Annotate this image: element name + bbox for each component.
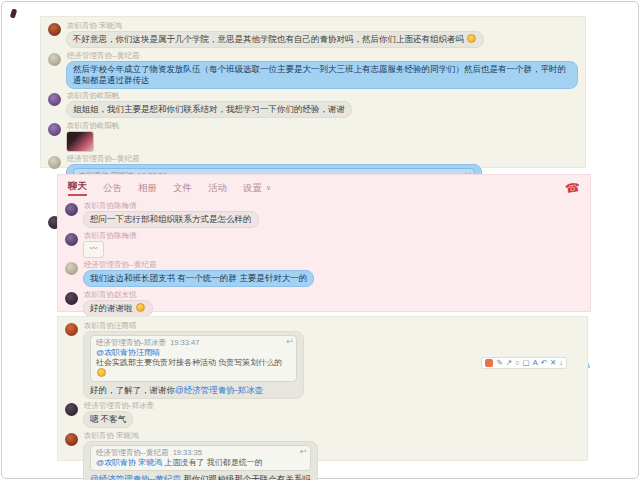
sender-name: 农职青协陈梅倩 (84, 201, 259, 210)
chat-message: 农职青协 宋晓鸿 ↩ 经济管理青协--黄纪霞 19:33:35 @农职青协 宋晓… (65, 431, 580, 480)
avatar[interactable] (65, 433, 78, 446)
phone-call-icon[interactable]: ☎ (564, 182, 580, 194)
avatar[interactable] (65, 203, 78, 216)
chat-message: 经济管理青协--黄纪霞 然后学校今年成立了物资发放队伍（每个班级选取一位主要是大… (48, 51, 578, 89)
hugging-emoji-icon (97, 368, 106, 377)
avatar[interactable] (65, 403, 78, 416)
reply-text: @经济管理青协--黄纪霞 那你们跟校级那个干联会有关系吗 (90, 474, 311, 480)
message-bubble[interactable]: 不好意思，你们这块是属于几个学院，意思是其他学院也有自己的青协对吗，然后你们上面… (66, 31, 484, 48)
message-bubble[interactable]: ↩ 经济管理青协--黄纪霞 19:33:35 @农职青协 宋晓鸿 上面没有了 我… (83, 441, 318, 480)
sticker-emoji[interactable]: 〰 (83, 241, 104, 258)
message-bubble[interactable]: 好的谢谢啦 (83, 300, 153, 317)
sender-name: 农职青协赵京悦 (84, 290, 153, 299)
chat-message: 经济管理青协-郑冰壶 嗯 不客气 (65, 401, 580, 429)
photo-thumbnail[interactable] (66, 131, 94, 152)
cancel-tool-icon[interactable]: ✕ (550, 359, 556, 367)
chat-message: 农职青协陈梅倩 〰 (65, 231, 583, 258)
sender-name: 经济管理青协--黄纪霞 (84, 260, 314, 269)
message-bubble[interactable]: 我们这边和班长团支书 有一个统一的群 主要是针对大一的 (83, 270, 314, 287)
chat-message: 经济管理青协--黄纪霞 我们这边和班长团支书 有一个统一的群 主要是针对大一的 (65, 260, 583, 288)
mention-link[interactable]: @经济管理青协--黄纪霞 (90, 474, 181, 480)
avatar[interactable] (48, 53, 61, 66)
undo-tool-icon[interactable]: ↶ (541, 359, 547, 367)
message-bubble[interactable]: 然后学校今年成立了物资发放队伍（每个班级选取一位主要是大一到大三班上有志愿服务经… (66, 61, 578, 89)
text-tool-icon[interactable]: A (533, 359, 538, 367)
tab-files[interactable]: 文件 (173, 182, 192, 195)
avatar[interactable] (48, 93, 61, 106)
pen-tool-icon[interactable]: ✎ (496, 359, 502, 367)
tab-activities[interactable]: 活动 (208, 182, 227, 195)
sender-name: 经济管理青协-郑冰壶 (84, 401, 154, 410)
tab-settings[interactable]: 设置 (243, 182, 262, 195)
quoted-message[interactable]: ↩ 经济管理青协-郑冰壶 19:33:47 @农职青协汪雨晴 社会实践部主要负责… (90, 335, 297, 382)
sender-name: 农职青协 宋晓鸿 (84, 431, 318, 440)
mention-link[interactable]: @农职青协 宋晓鸿 (96, 458, 162, 467)
tab-album[interactable]: 相册 (138, 182, 157, 195)
message-bubble[interactable]: ↩ 经济管理青协-郑冰壶 19:33:47 @农职青协汪雨晴 社会实践部主要负责… (83, 331, 304, 399)
avatar[interactable] (65, 292, 78, 305)
mention-link[interactable]: @经济管理青协-郑冰壶 (175, 385, 263, 395)
avatar[interactable] (48, 123, 61, 136)
save-tool-icon[interactable]: ↓ (559, 359, 563, 367)
message-bubble[interactable]: 嗯 不客气 (83, 411, 133, 428)
chat-message: 农职青协赵京悦 好的谢谢啦 (65, 290, 583, 318)
chat-message: 农职青协 宋晓鸿 不好意思，你们这块是属于几个学院，意思是其他学院也有自己的青协… (48, 21, 578, 49)
group-tab-bar: 聊天 公告 相册 文件 活动 设置 ∨ ☎ (58, 175, 590, 199)
top-chat-panel: 农职青协 宋晓鸿 不好意思，你们这块是属于几个学院，意思是其他学院也有自己的青协… (40, 16, 586, 168)
chevron-down-icon[interactable]: ∨ (266, 184, 271, 192)
sender-name: 经济管理青协--黄纪霞 (67, 154, 482, 163)
message-bubble[interactable]: 姐姐姐，我们主要是想和你们联系结对，我想学习一下你们的经验，谢谢 (66, 101, 352, 118)
avatar[interactable] (65, 233, 78, 246)
sender-name: 农职青协欧阳帆 (67, 91, 352, 100)
bottom-chat-panel: ✎ ↗ ○ ▢ A ↶ ✕ ↓ 农职青协汪雨晴 ↩ 经济管理青协-郑冰壶 19:… (57, 316, 588, 461)
chat-message: 农职青协欧阳帆 (48, 121, 578, 152)
sender-name: 农职青协 宋晓鸿 (67, 21, 484, 30)
reply-arrow-icon[interactable]: ↩ (300, 447, 307, 457)
middle-chat-panel: 聊天 公告 相册 文件 活动 设置 ∨ ☎ 农职青协陈梅倩 想问一下志行部和组织… (57, 174, 591, 312)
sender-name: 农职青协欧阳帆 (67, 121, 120, 130)
avatar[interactable] (48, 156, 61, 169)
smiling-emoji-icon (136, 303, 145, 312)
screenshot-tool-icon[interactable] (485, 359, 493, 367)
ellipse-tool-icon[interactable]: ○ (515, 359, 520, 367)
quoted-message[interactable]: ↩ 经济管理青协--黄纪霞 19:33:35 @农职青协 宋晓鸿 上面没有了 我… (90, 445, 311, 471)
tab-chat[interactable]: 聊天 (68, 180, 87, 196)
avatar[interactable] (65, 262, 78, 275)
sender-name: 农职青协汪雨晴 (84, 321, 304, 330)
screenshot-frame: 农职青协 宋晓鸿 不好意思，你们这块是属于几个学院，意思是其他学院也有自己的青协… (1, 1, 639, 479)
mention-link[interactable]: @农职青协汪雨晴 (96, 348, 282, 358)
rectangle-tool-icon[interactable]: ▢ (523, 359, 530, 367)
tab-announcement[interactable]: 公告 (103, 182, 122, 195)
corner-mark (10, 8, 18, 18)
reply-text: 好的，了解了，谢谢你@经济管理青协-郑冰壶 (90, 385, 297, 396)
annotation-toolbar: ✎ ↗ ○ ▢ A ↶ ✕ ↓ (481, 357, 567, 369)
sender-name: 经济管理青协--黄纪霞 (67, 51, 578, 60)
arrow-tool-icon[interactable]: ↗ (506, 359, 512, 367)
chat-message: 农职青协欧阳帆 姐姐姐，我们主要是想和你们联系结对，我想学习一下你们的经验，谢谢 (48, 91, 578, 119)
avatar[interactable] (48, 23, 61, 36)
laughing-emoji-icon (467, 34, 476, 43)
reply-arrow-icon[interactable]: ↩ (287, 337, 294, 347)
chat-message: 农职青协陈梅倩 想问一下志行部和组织联系方式是怎么样的 (65, 201, 583, 229)
sender-name: 农职青协陈梅倩 (84, 231, 137, 240)
message-bubble[interactable]: 想问一下志行部和组织联系方式是怎么样的 (83, 211, 259, 228)
avatar[interactable] (65, 323, 78, 336)
